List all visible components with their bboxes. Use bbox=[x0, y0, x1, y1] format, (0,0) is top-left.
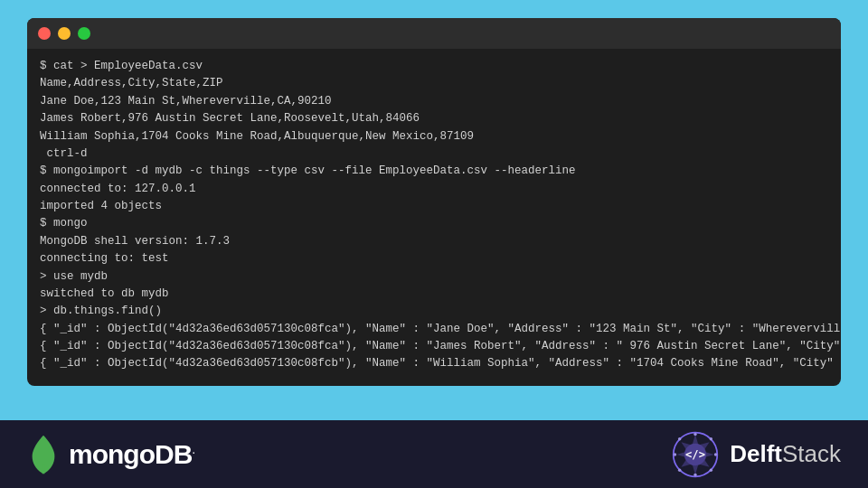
delftstack-badge-icon: </> bbox=[672, 431, 719, 478]
mongodb-text: mongoDB. bbox=[69, 439, 194, 470]
mongodb-logo: mongoDB. bbox=[27, 434, 194, 475]
svg-rect-0 bbox=[42, 464, 45, 474]
terminal-body: $ cat > EmployeeData.csv Name,Address,Ci… bbox=[27, 49, 841, 386]
delftstack-text: DelftStack bbox=[730, 440, 841, 468]
svg-point-8 bbox=[714, 453, 717, 455]
svg-text:</>: </> bbox=[685, 448, 705, 461]
svg-point-11 bbox=[678, 468, 681, 471]
minimize-button[interactable] bbox=[58, 27, 71, 40]
svg-point-6 bbox=[693, 473, 696, 475]
svg-point-7 bbox=[674, 453, 676, 455]
bottom-bar: mongoDB. </> DelftStack bbox=[0, 420, 868, 488]
close-button[interactable] bbox=[38, 27, 51, 40]
svg-point-9 bbox=[678, 436, 681, 439]
maximize-button[interactable] bbox=[78, 27, 90, 40]
delftstack-logo: </> DelftStack bbox=[672, 431, 841, 478]
svg-point-5 bbox=[693, 432, 696, 435]
mongodb-leaf-icon bbox=[27, 434, 60, 475]
svg-point-12 bbox=[710, 468, 712, 471]
terminal-titlebar bbox=[27, 18, 841, 49]
svg-point-10 bbox=[710, 436, 712, 439]
terminal-window: $ cat > EmployeeData.csv Name,Address,Ci… bbox=[27, 18, 841, 386]
